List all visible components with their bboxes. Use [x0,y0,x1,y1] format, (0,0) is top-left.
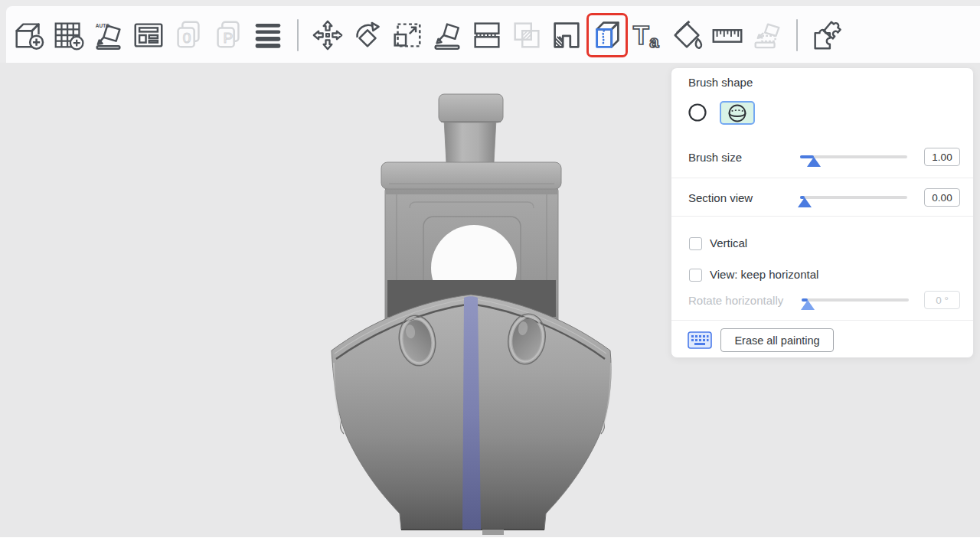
brush-shape-label: Brush shape [688,76,753,89]
duplicate-object-icon: 0 [171,16,206,54]
arrange-button[interactable] [131,15,166,55]
add-instance-icon [51,16,87,54]
mesh-boolean-button[interactable] [509,15,544,55]
color-painting-button[interactable] [670,15,705,55]
seam-stripe [462,296,481,530]
rotate-icon [350,16,385,54]
toolbar-separator [796,19,798,51]
auto-orient-icon: AUTO [91,16,126,54]
panel-divider [671,216,973,217]
measure-button[interactable] [710,15,745,55]
move-button[interactable] [310,15,345,55]
panel-divider [671,178,973,178]
view-keep-horizontal-label: View: keep horizontal [710,268,818,281]
assembly-view-icon [750,16,785,54]
duplicate-plate-icon: P [211,16,246,54]
add-instance-button[interactable] [51,15,87,55]
erase-all-painting-button[interactable]: Erase all painting [720,328,834,352]
rotate-horizontally-value[interactable]: 0 ° [924,291,960,309]
arrange-icon [131,16,166,54]
brush-shape-circle-option[interactable] [687,102,708,123]
rotate-horizontally-slider[interactable] [802,298,909,302]
mesh-boolean-icon [509,16,544,54]
move-icon [310,16,345,54]
add-object-icon [11,16,47,54]
brush-size-slider-thumb[interactable] [807,157,821,167]
seam-painting-icon [590,16,625,54]
svg-text:AUTO: AUTO [96,23,109,28]
section-view-slider-thumb[interactable] [798,197,812,207]
duplicate-plate-button[interactable]: P [211,15,246,55]
keyboard-icon [688,331,712,349]
measure-icon [710,16,745,54]
seam-painting-panel: Brush shape Brush size 1.00 Section view [671,67,974,358]
section-view-label: Section view [688,191,753,204]
variable-layer-height-icon [250,16,286,54]
main-toolbar: AUTO 0 [6,6,980,63]
text-shape-button[interactable]: T a [630,15,665,55]
split-button[interactable] [469,15,505,55]
rotate-horizontally-slider-thumb[interactable] [801,300,815,310]
brush-shape-sphere-option[interactable] [720,101,755,125]
support-painting-button[interactable] [549,15,584,55]
toolbar-separator [297,19,299,51]
sphere-brush-icon [727,103,747,123]
lay-on-face-button[interactable] [430,15,465,55]
auto-orient-button[interactable]: AUTO [91,15,126,55]
svg-text:P: P [223,30,233,46]
text-shape-icon: T a [630,16,665,54]
support-painting-icon [549,16,584,54]
section-view-slider[interactable] [800,196,907,199]
scale-button[interactable] [390,15,425,55]
add-object-button[interactable] [11,15,47,55]
rotate-horizontally-label: Rotate horizontally [688,294,783,307]
vertical-checkbox[interactable] [689,237,702,250]
seam-painting-button[interactable] [586,13,628,57]
vertical-label: Vertical [710,236,747,249]
panel-divider [671,320,973,321]
split-icon [469,16,505,54]
color-painting-icon [670,16,705,54]
shortcuts-button[interactable] [688,331,712,352]
lay-on-face-icon [430,16,465,54]
svg-text:T: T [633,21,649,50]
svg-text:a: a [649,32,659,51]
view-keep-horizontal-checkbox[interactable] [689,269,702,282]
brush-size-slider[interactable] [800,155,907,158]
svg-text:0: 0 [183,30,191,46]
circle-brush-icon [688,103,707,122]
app-window: AUTO 0 [0,0,980,551]
assembly-view-button[interactable] [750,15,785,55]
rotate-button[interactable] [350,15,385,55]
plugins-icon [809,16,844,54]
duplicate-object-button[interactable]: 0 [171,15,206,55]
section-view-value[interactable]: 0.00 [924,188,960,207]
benchy-roof [381,162,561,189]
benchy-chimney [439,94,503,163]
plugins-button[interactable] [809,15,844,55]
variable-layer-height-button[interactable] [250,15,286,55]
scale-icon [390,16,425,54]
brush-size-value[interactable]: 1.00 [924,148,960,166]
brush-size-label: Brush size [688,151,742,164]
